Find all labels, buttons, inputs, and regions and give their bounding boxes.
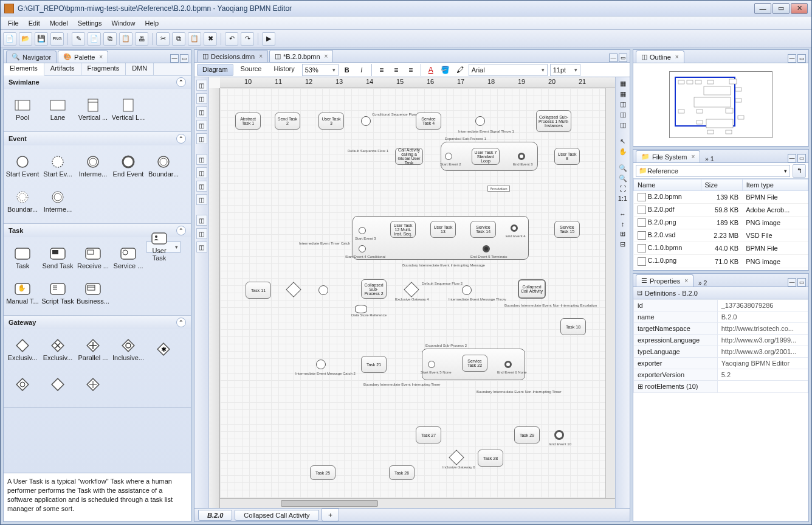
palette-task[interactable]: Task	[5, 241, 40, 276]
font-select[interactable]: Arial	[469, 64, 548, 76]
node-task-29[interactable]: Task 29	[514, 426, 540, 443]
palette-exclusive-gw[interactable]: Exclusiv...	[5, 333, 40, 368]
palette-vpool[interactable]: Vertical ...	[75, 92, 111, 128]
palette-intermediate-catch[interactable]: Interme...	[40, 184, 75, 220]
menu-window[interactable]: Window	[106, 18, 140, 28]
palette-event-gw3[interactable]	[75, 368, 111, 403]
node-task-28[interactable]: Task 28	[478, 450, 503, 467]
menu-file[interactable]: File	[3, 18, 24, 28]
group-swimlane[interactable]: Swimlane⌃	[4, 75, 191, 89]
prop-row[interactable]: typeLanguagehttp://www.w3.org/2001...	[634, 346, 808, 358]
vtool-5[interactable]: ◫	[196, 133, 207, 144]
outline-view[interactable]	[633, 63, 808, 146]
palette-pool[interactable]: Pool	[5, 92, 40, 128]
rtool-grid[interactable]: ▦	[620, 80, 626, 88]
rtool-fit[interactable]: ⛶	[619, 185, 626, 192]
col-name[interactable]: Name	[634, 179, 701, 191]
collapse-icon[interactable]: ⌃	[176, 318, 186, 327]
new-icon[interactable]: 📄	[3, 32, 16, 46]
fs-overflow[interactable]: » 1	[705, 155, 714, 162]
mode-diagram[interactable]: Diagram	[197, 64, 233, 76]
btab-add[interactable]: ＋	[322, 509, 339, 521]
prop-row[interactable]: nameB.2.0	[634, 311, 808, 323]
rtool-a[interactable]: ↔	[619, 210, 626, 218]
palette-boundary[interactable]: Boundar...	[146, 149, 181, 184]
close-icon[interactable]: ×	[325, 53, 328, 60]
node-intermediate-event[interactable]	[361, 116, 371, 126]
diagram-canvas[interactable]: 101112131415161718192021 Abstract Task 1…	[209, 77, 615, 508]
scrollbar-horizontal[interactable]	[220, 498, 615, 508]
palette-vlane[interactable]: Vertical L...	[111, 92, 146, 128]
node-task-21[interactable]: Task 21	[361, 356, 387, 373]
menu-edit[interactable]: Edit	[24, 18, 45, 28]
paste2-icon[interactable]: 📋	[188, 32, 201, 46]
tab-filesystem[interactable]: 📁 File System×	[636, 150, 700, 162]
props-overflow[interactable]: » 2	[698, 279, 707, 287]
export-png-icon[interactable]: PNG	[50, 32, 64, 46]
menu-settings[interactable]: Settings	[73, 18, 107, 28]
node-data-store[interactable]	[355, 305, 367, 313]
highlight-icon[interactable]: 🖍	[454, 64, 466, 76]
prop-row[interactable]: id_1373638079286	[634, 300, 808, 311]
node-user-task-12[interactable]: User Task 12 Multi-Inst. Seq.	[390, 221, 416, 238]
copy-icon[interactable]: ⧉	[103, 32, 117, 46]
vtool-6[interactable]: ◫	[196, 154, 207, 165]
tab-properties[interactable]: ☰ Properties×	[636, 274, 693, 287]
node-user-task-8[interactable]: User Task 8	[554, 148, 580, 165]
col-size[interactable]: Size	[701, 179, 742, 191]
vtool-9[interactable]: ◫	[196, 194, 207, 205]
node-signal-throw[interactable]	[475, 116, 485, 126]
prop-row[interactable]: exporterYaoqiang BPMN Editor	[634, 358, 808, 369]
btab-b20[interactable]: B.2.0	[198, 510, 232, 521]
subtab-artifacts[interactable]: Artifacts	[44, 63, 81, 75]
node-start-event-2[interactable]	[445, 153, 452, 160]
palette-complex-gw[interactable]: ✱	[146, 333, 181, 368]
tab-b20[interactable]: ◫ *B.2.0.bpmn×	[269, 50, 333, 62]
minimize-editor-icon[interactable]: —	[609, 54, 618, 62]
rtool-actual[interactable]: 1:1	[618, 195, 627, 202]
file-row[interactable]: C.1.0.png71.0 KBPNG image	[634, 255, 808, 268]
node-end-event-6[interactable]	[504, 361, 512, 368]
palette-intermediate-throw[interactable]: Interme...	[75, 149, 111, 184]
zoom-select[interactable]: 53%	[302, 64, 339, 76]
node-abstract-task-1[interactable]: Abstract Task 1	[235, 113, 261, 130]
collapse-icon[interactable]: ⌃	[176, 134, 186, 144]
palette-boundary-ni[interactable]: Boundar...	[5, 184, 40, 220]
col-type[interactable]: Item type	[742, 179, 808, 191]
node-task-27[interactable]: Task 27	[416, 426, 441, 443]
node-end-event-5[interactable]	[483, 245, 490, 252]
palette-script-task[interactable]: Script Task	[40, 276, 75, 311]
menu-help[interactable]: Help	[140, 18, 164, 28]
collapse-icon[interactable]: ⌃	[176, 77, 186, 87]
palette-receive-task[interactable]: Receive ...	[75, 241, 111, 276]
close-button[interactable]: ✕	[791, 3, 808, 14]
rtool-zoomin[interactable]: 🔍	[619, 164, 627, 172]
node-collapsed-sub-2[interactable]: Collapsed Sub-Process 2	[361, 279, 387, 299]
save-icon[interactable]: 💾	[35, 32, 48, 46]
close-icon[interactable]: ×	[99, 54, 103, 60]
minimize-props-icon[interactable]: —	[788, 278, 796, 287]
close-icon[interactable]: ×	[684, 277, 688, 284]
rtool-4[interactable]: ◫	[620, 111, 626, 119]
file-row[interactable]: C.1.0.bpmn44.0 KBBPMN File	[634, 242, 808, 255]
node-task-18[interactable]: Task 18	[560, 318, 586, 335]
node-ex-gateway-4[interactable]	[404, 282, 419, 297]
redo-icon[interactable]: ↷	[241, 32, 254, 46]
page-icon[interactable]: 📄	[88, 32, 101, 46]
node-service-task-15[interactable]: Service Task 15	[554, 221, 580, 238]
paste-icon[interactable]: 📋	[119, 32, 132, 46]
node-service-task-4[interactable]: Service Task 4	[416, 113, 441, 130]
node-task-11[interactable]: Task 11	[246, 282, 271, 299]
minimize-outline-icon[interactable]: —	[788, 54, 796, 63]
vtool-8[interactable]: ◫	[196, 181, 207, 192]
align-center-icon[interactable]: ≡	[390, 64, 402, 76]
palette-lane[interactable]: Lane	[40, 92, 75, 128]
rtool-5[interactable]: ◫	[620, 121, 626, 129]
file-row[interactable]: B.2.0.vsd2.23 MBVSD File	[634, 229, 808, 242]
vtool-11[interactable]: ◫	[196, 228, 207, 239]
maximize-outline-icon[interactable]: ▭	[797, 54, 806, 63]
node-msg-catch[interactable]	[318, 285, 328, 295]
scrollbar-vertical[interactable]	[605, 88, 615, 498]
minimize-button[interactable]: —	[754, 3, 771, 14]
rtool-d[interactable]: ⊟	[620, 240, 625, 248]
